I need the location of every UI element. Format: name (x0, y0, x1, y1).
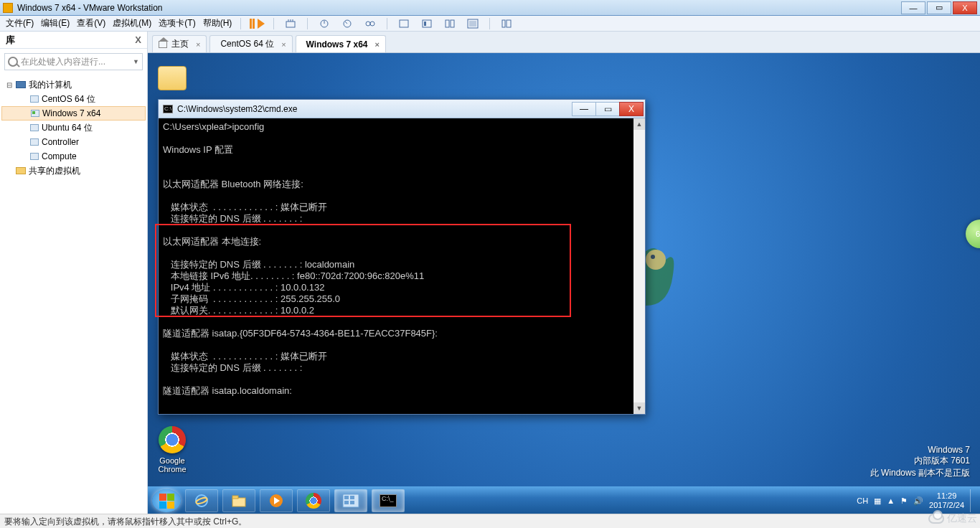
tab-close-icon[interactable]: × (196, 40, 200, 49)
vm-icon (30, 153, 39, 160)
library-title: 库 (6, 34, 15, 47)
snapshot-icon[interactable] (316, 16, 332, 31)
tree-root-shared[interactable]: 共享的虚拟机 (1, 164, 146, 178)
cmd-maximize-button[interactable]: ▭ (595, 102, 620, 116)
show-desktop-button[interactable] (970, 489, 976, 512)
start-button[interactable] (152, 489, 181, 512)
vm-icon (30, 95, 39, 103)
library-search[interactable]: 在此处键入内容进行... ▼ (4, 53, 143, 70)
svg-rect-12 (502, 20, 505, 27)
svg-rect-23 (344, 496, 349, 499)
taskbar-taskmgr[interactable] (334, 489, 367, 512)
ime-toolbar-icon[interactable]: ▦ (874, 496, 881, 506)
search-dropdown-icon[interactable]: ▼ (133, 58, 139, 65)
taskbar-chrome[interactable] (297, 489, 330, 512)
cmd-window[interactable]: C:\ C:\Windows\system32\cmd.exe — ▭ X C:… (158, 99, 646, 415)
tree-item-centos[interactable]: CentOS 64 位 (1, 92, 146, 106)
svg-rect-26 (350, 501, 354, 504)
content-area: 主页× CentOS 64 位× Windows 7 x64× Google C… (148, 32, 980, 515)
svg-point-4 (370, 22, 374, 26)
cmd-output: C:\Users\xpleaf>ipconfig Windows IP 配置 以… (163, 121, 438, 396)
status-bar: 要将输入定向到该虚拟机，请将鼠标指针移入其中或按 Ctrl+G。 (0, 514, 980, 528)
volume-icon[interactable]: 🔊 (913, 496, 923, 506)
library-sidebar: 库 X 在此处键入内容进行... ▼ ⊟我的计算机 CentOS 64 位 Wi… (0, 32, 148, 515)
cmd-close-button[interactable]: X (619, 102, 644, 116)
tree-item-controller[interactable]: Controller (1, 135, 146, 149)
tray-clock[interactable]: 11:29 2017/2/24 (929, 491, 964, 510)
library-close-button[interactable]: X (135, 34, 141, 45)
tab-win7[interactable]: Windows 7 x64× (296, 35, 386, 52)
close-button[interactable]: X (953, 1, 977, 14)
svg-rect-25 (344, 501, 349, 504)
svg-rect-13 (507, 20, 511, 27)
cmd-minimize-button[interactable]: — (572, 102, 596, 116)
taskbar-ie[interactable] (185, 489, 218, 512)
separator (307, 18, 308, 29)
menu-bar: 文件(F) 编辑(E) 查看(V) 虚拟机(M) 选项卡(T) 帮助(H) (0, 16, 980, 32)
tree-item-compute[interactable]: Compute (1, 149, 146, 164)
menu-file[interactable]: 文件(F) (6, 17, 34, 29)
guest-taskbar[interactable]: C:\_ CH ▦ ▲ ⚑ 🔊 11:29 2017/2/24 (148, 486, 980, 515)
svg-rect-8 (446, 20, 449, 27)
tree-item-ubuntu[interactable]: Ubuntu 64 位 (1, 121, 146, 135)
snapshot-manage-icon[interactable] (362, 16, 378, 31)
svg-point-14 (646, 250, 666, 270)
desktop-chrome-icon[interactable]: Google Chrome (151, 426, 194, 473)
svg-rect-24 (350, 496, 354, 499)
taskbar-mediaplayer[interactable] (260, 489, 293, 512)
window-titlebar: Windows 7 x64 - VMware Workstation — ▭ X (0, 0, 980, 16)
console-icon[interactable] (419, 16, 435, 31)
svg-rect-0 (286, 22, 295, 27)
home-icon (159, 41, 167, 48)
taskbar-explorer[interactable] (222, 489, 255, 512)
scroll-down-icon[interactable]: ▼ (633, 402, 645, 414)
action-center-icon[interactable]: ⚑ (900, 496, 908, 506)
svg-rect-6 (423, 20, 431, 27)
window-title: Windows 7 x64 - VMware Workstation (17, 3, 163, 13)
accelerator-badge[interactable]: 69 (966, 220, 980, 248)
tab-close-icon[interactable]: × (375, 40, 380, 49)
power-controls[interactable] (250, 19, 265, 29)
library-toggle-icon[interactable] (499, 16, 514, 31)
separator (387, 18, 387, 29)
vm-icon (30, 124, 39, 131)
svg-rect-18 (232, 498, 245, 506)
guest-desktop[interactable]: Google Chrome C:\ C:\Windows\system32\cm… (148, 53, 980, 515)
unity-icon[interactable] (442, 16, 458, 31)
vm-running-icon (31, 110, 39, 117)
tray-arrow-icon[interactable]: ▲ (887, 496, 895, 505)
svg-rect-19 (232, 496, 238, 499)
vmware-icon (3, 3, 13, 13)
menu-edit[interactable]: 编辑(E) (41, 17, 70, 29)
cmd-icon: C:\ (163, 105, 173, 113)
ime-indicator[interactable]: CH (857, 496, 868, 505)
minimize-button[interactable]: — (901, 1, 925, 14)
library-header: 库 X (0, 32, 147, 49)
fullscreen-icon[interactable] (465, 16, 481, 31)
search-placeholder: 在此处键入内容进行... (21, 56, 105, 68)
tab-centos[interactable]: CentOS 64 位× (209, 35, 292, 52)
menu-tabs[interactable]: 选项卡(T) (159, 17, 195, 29)
snapshot-revert-icon[interactable] (339, 16, 355, 31)
cmd-body[interactable]: C:\Users\xpleaf>ipconfig Windows IP 配置 以… (159, 118, 645, 414)
menu-view[interactable]: 查看(V) (77, 17, 105, 29)
send-keys-icon[interactable] (283, 16, 298, 31)
taskbar-cmd[interactable]: C:\_ (372, 489, 405, 512)
tab-close-icon[interactable]: × (281, 40, 286, 49)
tab-home[interactable]: 主页× (152, 35, 207, 52)
menu-vm[interactable]: 虚拟机(M) (113, 17, 151, 29)
fit-guest-icon[interactable] (396, 16, 412, 31)
folder-icon (16, 167, 26, 174)
tree-item-win7[interactable]: Windows 7 x64 (1, 106, 146, 121)
desktop-folder-icon[interactable] (151, 66, 194, 93)
svg-rect-11 (469, 21, 476, 27)
maximize-button[interactable]: ▭ (927, 1, 951, 14)
cmd-scrollbar[interactable]: ▲▼ (633, 118, 645, 414)
separator (240, 18, 241, 29)
menu-help[interactable]: 帮助(H) (203, 17, 232, 29)
cmd-titlebar[interactable]: C:\ C:\Windows\system32\cmd.exe — ▭ X (159, 100, 645, 118)
separator (273, 18, 274, 29)
svg-point-3 (366, 22, 370, 26)
tree-root-mycomputer[interactable]: ⊟我的计算机 (1, 77, 146, 92)
scroll-up-icon[interactable]: ▲ (633, 118, 645, 130)
